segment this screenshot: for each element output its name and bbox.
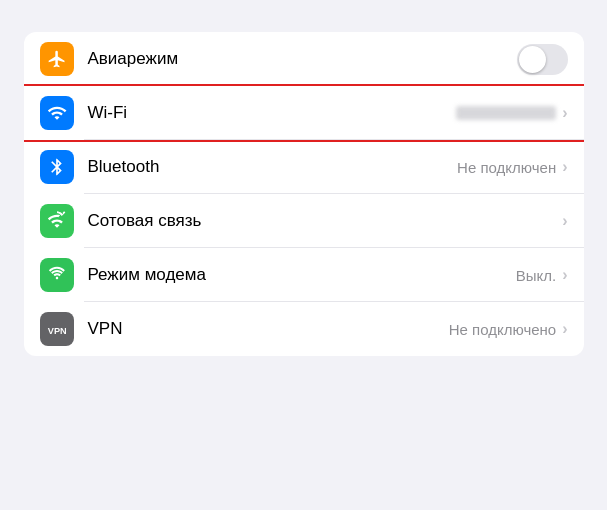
page-title — [0, 0, 607, 32]
wifi-icon — [40, 96, 74, 130]
settings-row-wifi[interactable]: Wi-Fi› — [24, 86, 584, 140]
bluetooth-label: Bluetooth — [88, 157, 458, 177]
settings-row-bluetooth[interactable]: BluetoothНе подключен› — [24, 140, 584, 194]
settings-row-cellular[interactable]: Сотовая связь› — [24, 194, 584, 248]
vpn-icon: VPN — [40, 312, 74, 346]
wifi-label: Wi-Fi — [88, 103, 457, 123]
bluetooth-icon — [40, 150, 74, 184]
vpn-label: VPN — [88, 319, 449, 339]
airplane-toggle[interactable] — [517, 44, 568, 75]
svg-text:VPN: VPN — [47, 326, 66, 336]
cellular-icon — [40, 204, 74, 238]
hotspot-value: Выкл. — [516, 267, 556, 284]
wifi-value — [456, 106, 556, 120]
settings-row-airplane[interactable]: Авиарежим — [24, 32, 584, 86]
settings-list: АвиарежимWi-Fi›BluetoothНе подключен›Сот… — [24, 32, 584, 356]
hotspot-icon — [40, 258, 74, 292]
bluetooth-value: Не подключен — [457, 159, 556, 176]
bluetooth-chevron: › — [562, 158, 567, 176]
airplane-label: Авиарежим — [88, 49, 517, 69]
settings-row-vpn[interactable]: VPNVPNНе подключено› — [24, 302, 584, 356]
vpn-chevron: › — [562, 320, 567, 338]
airplane-icon — [40, 42, 74, 76]
cellular-label: Сотовая связь — [88, 211, 563, 231]
hotspot-label: Режим модема — [88, 265, 516, 285]
wifi-chevron: › — [562, 104, 567, 122]
hotspot-chevron: › — [562, 266, 567, 284]
settings-row-hotspot[interactable]: Режим модемаВыкл.› — [24, 248, 584, 302]
vpn-value: Не подключено — [449, 321, 556, 338]
cellular-chevron: › — [562, 212, 567, 230]
